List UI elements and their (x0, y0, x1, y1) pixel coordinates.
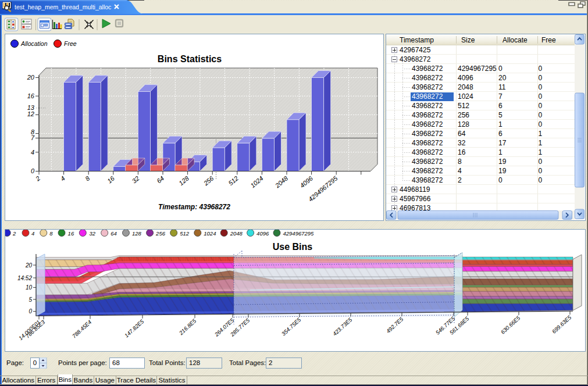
svg-text:20: 20 (27, 74, 35, 81)
svg-text:20: 20 (25, 262, 33, 269)
svg-text:32: 32 (89, 230, 95, 237)
svg-text:2: 2 (34, 174, 41, 183)
svg-text:8: 8 (84, 174, 91, 183)
svg-text:10: 10 (26, 284, 33, 291)
svg-text:630.66E5: 630.66E5 (500, 314, 522, 335)
svg-text:423.73E5: 423.73E5 (332, 316, 354, 337)
svg-text:64: 64 (111, 230, 117, 237)
svg-text:0: 0 (28, 308, 32, 314)
svg-text:16: 16 (68, 230, 74, 237)
svg-text:128: 128 (177, 174, 190, 187)
svg-text:12: 12 (27, 110, 34, 117)
svg-text:5: 5 (28, 296, 32, 303)
svg-text:0: 0 (31, 167, 35, 174)
svg-text:32: 32 (131, 174, 141, 184)
svg-text:4096: 4096 (256, 230, 269, 237)
svg-text:4294967295: 4294967295 (283, 230, 315, 237)
svg-text:256: 256 (202, 174, 215, 187)
svg-text:788.45E4: 788.45E4 (71, 319, 93, 339)
svg-text:16: 16 (27, 92, 35, 99)
svg-text:16: 16 (106, 174, 116, 185)
svg-text:14:52: 14:52 (17, 275, 32, 281)
svg-text:4: 4 (31, 149, 34, 156)
svg-text:128: 128 (132, 230, 142, 237)
svg-text:4: 4 (31, 230, 34, 237)
svg-text:Timestamp: 43968272: Timestamp: 43968272 (158, 203, 230, 211)
svg-text:7: 7 (31, 134, 35, 141)
svg-text:1024: 1024 (204, 230, 216, 237)
svg-text:Free: Free (64, 40, 77, 47)
svg-text:4: 4 (59, 174, 66, 182)
svg-text:147.82E5: 147.82E5 (123, 318, 145, 339)
svg-text:8: 8 (49, 230, 53, 237)
svg-text:1024: 1024 (249, 174, 264, 189)
svg-text:4096: 4096 (298, 174, 314, 189)
svg-text:2048: 2048 (230, 230, 243, 237)
svg-text:Use Bins: Use Bins (273, 242, 313, 252)
svg-text:216.8E5: 216.8E5 (177, 317, 198, 337)
svg-text:Bins Statistics: Bins Statistics (158, 54, 222, 64)
svg-text:2: 2 (12, 230, 16, 237)
svg-text:Allocation: Allocation (20, 40, 48, 47)
svg-text:354.75E5: 354.75E5 (280, 316, 302, 337)
svg-text:512: 512 (227, 174, 240, 187)
svg-text:492.7E5: 492.7E5 (385, 316, 405, 334)
svg-text:2048: 2048 (273, 174, 290, 190)
svg-text:256: 256 (155, 230, 166, 237)
svg-text:64: 64 (155, 174, 165, 184)
svg-text:512: 512 (180, 230, 190, 237)
svg-text:699.63E5: 699.63E5 (551, 314, 573, 335)
